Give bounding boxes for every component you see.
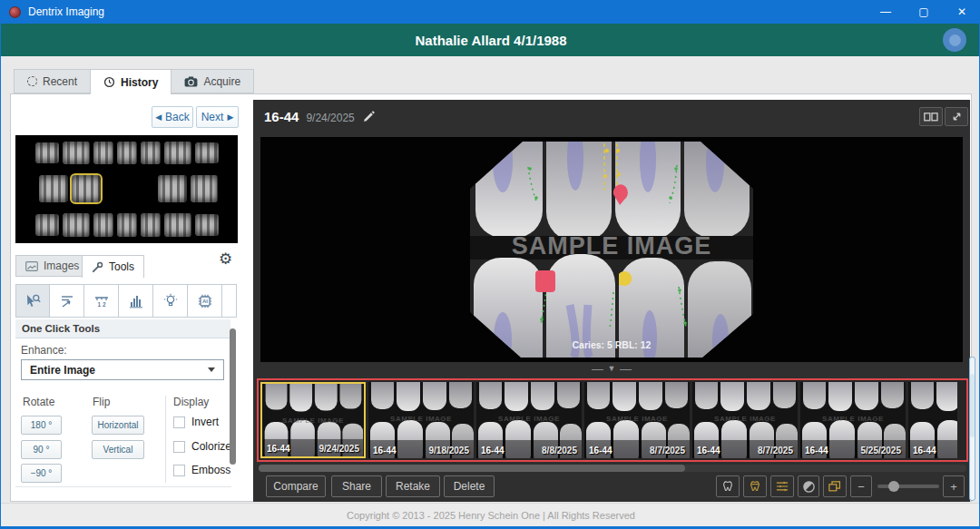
fmx-thumb[interactable]: [164, 213, 191, 237]
thumb-id: 16-44: [697, 446, 720, 456]
fmx-overview[interactable]: [15, 135, 238, 243]
rotate-90-button[interactable]: 90 °: [21, 440, 62, 459]
delete-button[interactable]: Delete: [444, 475, 495, 497]
fmx-thumb[interactable]: [141, 142, 161, 164]
invert-checkbox[interactable]: [173, 416, 185, 428]
tools-scrollbar-thumb[interactable]: [230, 328, 236, 465]
enhance-dropdown[interactable]: Entire Image: [21, 359, 224, 380]
flip-vertical-button[interactable]: Vertical: [92, 440, 144, 459]
tooth-chart-button[interactable]: [716, 475, 740, 497]
close-button[interactable]: ✕: [943, 0, 980, 24]
cascade-layout-button[interactable]: [823, 475, 847, 497]
tab-tools[interactable]: Tools: [82, 255, 144, 278]
user-avatar[interactable]: [943, 28, 966, 52]
invert-checkbox-row[interactable]: Invert: [173, 416, 219, 428]
filmstrip-item[interactable]: 16-44: [908, 382, 957, 458]
annotation-icon: [58, 292, 76, 310]
histogram-tool-button[interactable]: [119, 284, 153, 318]
annotation-filter-button[interactable]: [770, 475, 794, 497]
restoration-overlay-button[interactable]: [743, 475, 767, 497]
fmx-thumb[interactable]: [63, 213, 90, 237]
emboss-checkbox[interactable]: [173, 465, 185, 476]
fmx-thumb[interactable]: [39, 175, 68, 202]
fmx-thumb[interactable]: [35, 214, 59, 236]
fmx-thumb[interactable]: [191, 175, 218, 202]
filmstrip-item[interactable]: SAMPLE IMAGE 16-44 8/7/2025: [692, 382, 798, 458]
filmstrip-item[interactable]: SAMPLE IMAGE 16-44 5/25/2025: [800, 382, 906, 458]
colorize-checkbox[interactable]: [173, 441, 185, 453]
zoom-slider-handle[interactable]: [888, 481, 899, 492]
tab-recent[interactable]: Recent: [14, 69, 91, 93]
fmx-thumb[interactable]: [117, 142, 137, 164]
rotate-neg90-button[interactable]: −90 °: [21, 464, 62, 483]
zoom-out-button[interactable]: −: [850, 475, 872, 497]
measure-tool-button[interactable]: 1 2: [84, 284, 119, 318]
panel-vscrollbar[interactable]: [969, 357, 975, 501]
maximize-button[interactable]: ▢: [905, 0, 943, 24]
handle-line: [620, 368, 632, 370]
enhance-tool-button[interactable]: [153, 284, 188, 318]
colorize-label: Colorize: [191, 440, 231, 453]
gear-icon[interactable]: ⚙: [219, 251, 232, 267]
zoom-in-button[interactable]: +: [943, 475, 965, 497]
fmx-thumb-selected[interactable]: [72, 175, 101, 202]
fmx-thumb[interactable]: [164, 142, 191, 164]
annotation-tool-button[interactable]: [50, 284, 84, 318]
overlapping-windows-icon: [828, 480, 842, 493]
image-stage[interactable]: SAMPLE IMAGE Caries: 5 RBL: 12: [260, 137, 963, 362]
zoom-slider[interactable]: [877, 475, 939, 497]
thumb-date: 8/7/2025: [758, 446, 793, 456]
zoom-slider-track[interactable]: [877, 485, 939, 488]
share-button[interactable]: Share: [331, 475, 382, 497]
flip-horizontal-button[interactable]: Horizontal: [92, 416, 144, 435]
next-button[interactable]: Next ▶: [196, 106, 239, 128]
filmstrip-item-selected[interactable]: SAMPLE IMAGE 16-44 9/24/2025: [260, 382, 366, 458]
ai-tool-button[interactable]: AI: [188, 284, 222, 318]
fullscreen-button[interactable]: [945, 107, 968, 126]
image-date: 9/24/2025: [306, 112, 354, 124]
tab-tools-label: Tools: [109, 260, 134, 273]
fmx-row-top: [21, 142, 232, 164]
fmx-thumb[interactable]: [63, 142, 90, 164]
colorize-checkbox-row[interactable]: Colorize: [173, 440, 231, 453]
filmstrip-hscrollbar[interactable]: [259, 465, 966, 472]
thumb-id: 16-44: [373, 446, 397, 456]
fmx-thumb[interactable]: [93, 213, 113, 237]
fmx-thumb[interactable]: [195, 142, 219, 163]
refresh-icon: [27, 76, 37, 86]
rotate-label: Rotate: [23, 396, 54, 408]
tab-images[interactable]: Images: [15, 255, 89, 277]
one-click-tool-button[interactable]: [15, 284, 50, 318]
fmx-thumb[interactable]: [93, 142, 113, 164]
section-divider: [165, 396, 166, 483]
fmx-thumb[interactable]: [195, 214, 219, 236]
tab-history[interactable]: History: [91, 69, 172, 94]
svg-text:AI: AI: [202, 299, 208, 304]
fmx-row-bottom: [21, 213, 232, 237]
filmstrip-collapse-handle[interactable]: ▼: [253, 365, 970, 373]
histogram-icon: [127, 292, 145, 310]
filmstrip-item[interactable]: SAMPLE IMAGE 16-44 8/7/2025: [584, 382, 690, 458]
tools-panel-bottom-border: [15, 486, 231, 487]
emboss-checkbox-row[interactable]: Emboss: [173, 464, 230, 476]
minimize-button[interactable]: —: [867, 0, 905, 24]
contrast-button[interactable]: [798, 475, 819, 497]
tools-scrollbar[interactable]: [230, 328, 236, 485]
tab-acquire[interactable]: Acquire: [172, 69, 254, 93]
fmx-thumb[interactable]: [35, 142, 59, 163]
filmstrip-item[interactable]: SAMPLE IMAGE 16-44 9/18/2025: [368, 382, 474, 458]
fmx-thumb[interactable]: [141, 213, 161, 237]
compare-button[interactable]: Compare: [266, 475, 326, 497]
fmx-thumb[interactable]: [158, 175, 187, 202]
retake-button[interactable]: Retake: [386, 475, 440, 497]
rotate-180-button[interactable]: 180 °: [21, 416, 62, 435]
fmx-thumb[interactable]: [117, 213, 137, 237]
filmstrip-item[interactable]: SAMPLE IMAGE 16-44 8/8/2025: [476, 382, 582, 458]
edit-pencil-icon[interactable]: [362, 108, 376, 122]
filmstrip-hscrollbar-thumb[interactable]: [259, 465, 685, 472]
back-button[interactable]: ◀ Back: [152, 106, 193, 128]
compare-view-button[interactable]: [919, 107, 943, 126]
patient-header: Nathalie Allard 4/1/1988: [1, 24, 980, 56]
panel-vscrollbar-thumb[interactable]: [970, 374, 975, 437]
next-label: Next: [201, 111, 224, 123]
